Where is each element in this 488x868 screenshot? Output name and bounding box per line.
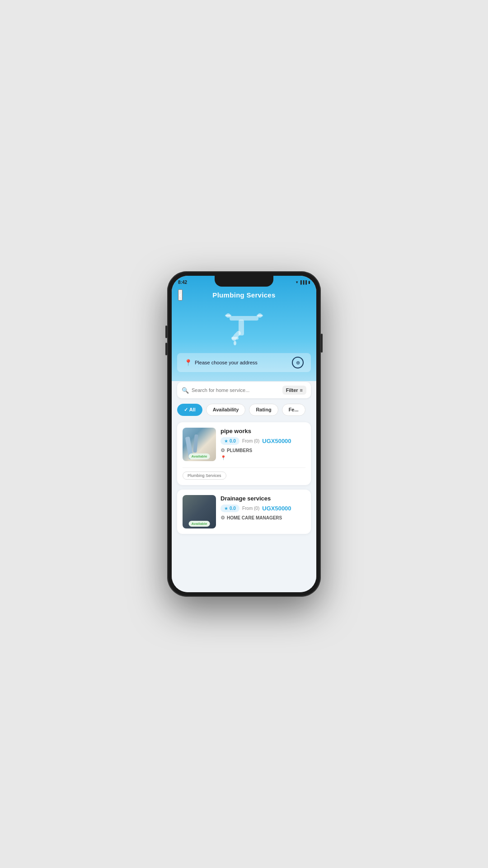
card-top: Available pipe works ★ 0.0 From (0) UGX5…: [183, 428, 305, 464]
svg-rect-0: [230, 316, 258, 321]
card-title-drainage: Drainage services: [221, 495, 305, 502]
service-image-drainage: Available: [183, 495, 216, 528]
signal-icon: ▐▐▐: [299, 280, 307, 284]
rating-row: ★ 0.0 From (0) UGX50000: [221, 437, 305, 445]
chip-all[interactable]: ✓ All: [177, 404, 202, 416]
card-info: pipe works ★ 0.0 From (0) UGX50000 ⚙: [221, 428, 305, 464]
battery-icon: ▮: [308, 280, 310, 284]
location-bar[interactable]: 📍 Please choose your address ⊕: [177, 353, 311, 372]
card-divider: [183, 467, 305, 468]
star-icon-drainage: ★: [224, 506, 228, 511]
faucet-icon: [221, 306, 267, 347]
power-button[interactable]: [321, 334, 323, 353]
location-left: 📍 Please choose your address: [184, 359, 258, 366]
screen: 8:42 ▾ ▐▐▐ ▮ ‹ Plumbing Services: [172, 276, 316, 592]
from-text: From (0): [242, 439, 259, 443]
search-icon: 🔍: [182, 387, 189, 394]
chip-rating-label: Rating: [256, 407, 271, 412]
filter-chips: ✓ All Availability Rating Fe...: [177, 404, 311, 416]
header-top: ‹ Plumbing Services: [172, 287, 316, 302]
provider-name-drainage: HOME CARE MANAGERS: [227, 515, 282, 520]
wifi-icon: ▾: [296, 280, 298, 284]
search-bar: 🔍 Filter ≡: [177, 382, 311, 398]
card-tags: Plumbing Services: [183, 472, 305, 480]
svg-rect-6: [231, 337, 239, 340]
location-pin-icon: 📍: [184, 359, 192, 366]
chip-fee[interactable]: Fe...: [282, 404, 305, 416]
service-card-pipe-works[interactable]: Available pipe works ★ 0.0 From (0) UGX5…: [177, 422, 311, 485]
search-input[interactable]: [192, 387, 282, 393]
svg-point-7: [234, 341, 236, 345]
service-image-pipe-works: Available: [183, 428, 216, 461]
provider-row-drainage: ⚙ HOME CARE MANAGERS: [221, 515, 305, 521]
card-info-drainage: Drainage services ★ 0.0 From (0) UGX5000…: [221, 495, 305, 528]
available-badge-drainage: Available: [189, 521, 210, 527]
location-row-icon: 📍: [221, 455, 226, 460]
volume-up-button[interactable]: [165, 326, 167, 338]
filter-icon: ≡: [300, 387, 303, 393]
chip-rating[interactable]: Rating: [249, 404, 278, 416]
check-icon: ✓: [184, 407, 189, 412]
star-icon: ★: [224, 439, 228, 443]
location-placeholder: Please choose your address: [195, 360, 258, 365]
page-title: Plumbing Services: [212, 291, 275, 299]
location-row: 📍: [221, 455, 305, 460]
status-icons: ▾ ▐▐▐ ▮: [296, 280, 310, 284]
chip-availability[interactable]: Availability: [206, 404, 246, 416]
from-text-drainage: From (0): [242, 506, 259, 511]
service-card-drainage[interactable]: Available Drainage services ★ 0.0 From (…: [177, 490, 311, 534]
rating-value-drainage: 0.0: [230, 506, 236, 511]
back-button[interactable]: ‹: [178, 289, 183, 301]
gps-button[interactable]: ⊕: [292, 357, 304, 368]
price-text-drainage: UGX50000: [262, 505, 291, 512]
provider-icon: ⚙: [221, 448, 225, 453]
content-area: 🔍 Filter ≡ ✓ All Availability: [172, 377, 316, 592]
filter-label: Filter: [286, 387, 298, 393]
provider-name: PLUMBERS: [227, 448, 252, 453]
chip-fee-label: Fe...: [289, 407, 299, 412]
gps-icon: ⊕: [296, 360, 300, 366]
provider-row: ⚙ PLUMBERS: [221, 448, 305, 453]
rating-value: 0.0: [230, 439, 236, 443]
rating-row-drainage: ★ 0.0 From (0) UGX50000: [221, 505, 305, 512]
volume-down-button[interactable]: [165, 343, 167, 355]
notch: [215, 276, 273, 287]
provider-icon-drainage: ⚙: [221, 515, 225, 521]
rating-badge: ★ 0.0: [221, 437, 239, 445]
status-time: 8:42: [178, 280, 187, 285]
chip-all-label: All: [189, 407, 196, 412]
faucet-icon-area: [172, 302, 316, 353]
header-background: 8:42 ▾ ▐▐▐ ▮ ‹ Plumbing Services: [172, 276, 316, 381]
card-top-drainage: Available Drainage services ★ 0.0 From (…: [183, 495, 305, 528]
rating-badge-drainage: ★ 0.0: [221, 505, 239, 512]
available-badge: Available: [189, 453, 210, 459]
svg-point-2: [226, 313, 230, 318]
svg-point-4: [258, 313, 262, 318]
card-title: pipe works: [221, 428, 305, 434]
price-text: UGX50000: [262, 438, 291, 444]
filter-button[interactable]: Filter ≡: [282, 386, 306, 395]
service-tag: Plumbing Services: [183, 472, 226, 480]
chip-availability-label: Availability: [213, 407, 239, 412]
